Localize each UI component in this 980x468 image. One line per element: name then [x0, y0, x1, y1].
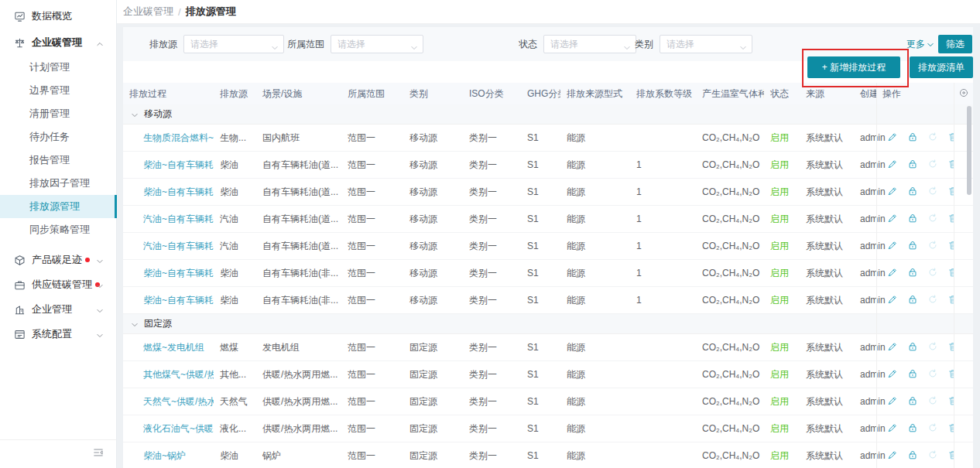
enterprise-icon — [14, 304, 26, 316]
cell-origin: 系统默认 — [800, 125, 854, 151]
sidebar-item-plan-management[interactable]: 计划管理 — [0, 56, 116, 79]
refresh-icon[interactable] — [927, 422, 938, 436]
sidebar-item-enterprise-carbon[interactable]: 企业碳管理 — [0, 29, 116, 56]
lock-icon[interactable] — [907, 132, 918, 145]
sidebar-item-emission-source-management[interactable]: 排放源管理 — [0, 195, 116, 218]
delete-icon[interactable] — [947, 240, 954, 253]
lock-icon[interactable] — [907, 368, 918, 381]
cell-process[interactable]: 柴油~自有车辆耗油... — [123, 287, 214, 313]
table-scrollbar[interactable] — [967, 106, 971, 195]
edit-icon[interactable] — [887, 395, 898, 408]
delete-icon[interactable] — [947, 395, 954, 408]
cell-process[interactable]: 柴油~锅炉 — [123, 442, 214, 468]
filter-select-status[interactable]: 请选择 — [543, 35, 636, 53]
refresh-icon[interactable] — [927, 132, 938, 145]
delete-icon[interactable] — [947, 294, 954, 307]
breadcrumb-parent[interactable]: 企业碳管理 — [123, 5, 173, 19]
table-row: 柴油~自有车辆耗油...柴油自有车辆耗油(非...范围一移动源类别一S1能源1C… — [123, 260, 973, 287]
cell-iso-class: 类别一 — [463, 152, 521, 178]
filter-select-scope[interactable]: 请选择 — [331, 35, 423, 53]
refresh-icon[interactable] — [927, 213, 938, 226]
sidebar-item-inventory-management[interactable]: 清册管理 — [0, 102, 116, 125]
sidebar-item-product-footprint[interactable]: 产品碳足迹 — [0, 248, 116, 272]
cell-process[interactable]: 燃煤~发电机组 — [123, 334, 214, 360]
filter-button[interactable]: 筛选 — [938, 35, 972, 53]
edit-icon[interactable] — [887, 240, 898, 253]
group-row-固定源[interactable]: 固定源 — [123, 314, 973, 334]
refresh-icon[interactable] — [927, 449, 938, 463]
sidebar-item-boundary-management[interactable]: 边界管理 — [0, 79, 116, 102]
cell-process[interactable]: 液化石油气~供暖/... — [123, 415, 214, 442]
lock-icon[interactable] — [907, 267, 918, 280]
cell-status: 启用 — [764, 287, 800, 313]
delete-icon[interactable] — [947, 213, 954, 226]
delete-icon[interactable] — [947, 159, 954, 172]
lock-icon[interactable] — [907, 294, 918, 307]
lock-icon[interactable] — [907, 449, 918, 463]
cell-status: 启用 — [764, 125, 800, 151]
cell-process[interactable]: 汽油~自有车辆耗油... — [123, 233, 214, 259]
sidebar-item-sync-strategy-management[interactable]: 同步策略管理 — [0, 218, 116, 241]
sidebar-item-report-management[interactable]: 报告管理 — [0, 149, 116, 172]
cell-process[interactable]: 柴油~自有车辆耗油... — [123, 179, 214, 205]
edit-icon[interactable] — [887, 368, 898, 381]
filter-select-emission-source[interactable]: 请选择 — [183, 35, 284, 53]
column-settings-icon[interactable] — [958, 87, 969, 101]
edit-icon[interactable] — [887, 132, 898, 145]
refresh-icon[interactable] — [927, 395, 938, 408]
delete-icon[interactable] — [947, 341, 954, 354]
edit-icon[interactable] — [887, 422, 898, 436]
delete-icon[interactable] — [947, 267, 954, 280]
filter-select-category[interactable]: 请选择 — [660, 35, 752, 53]
sidebar-item-system-config[interactable]: 系统配置 — [0, 322, 116, 347]
refresh-icon[interactable] — [927, 341, 938, 354]
lock-icon[interactable] — [907, 186, 918, 199]
lock-icon[interactable] — [907, 422, 918, 436]
refresh-icon[interactable] — [927, 368, 938, 381]
edit-icon[interactable] — [887, 294, 898, 307]
collapse-sidebar-icon[interactable] — [93, 447, 104, 461]
edit-icon[interactable] — [887, 213, 898, 226]
add-emission-process-button[interactable]: + 新增排放过程 — [807, 56, 900, 78]
delete-icon[interactable] — [947, 186, 954, 199]
refresh-icon[interactable] — [927, 186, 938, 199]
refresh-icon[interactable] — [927, 240, 938, 253]
more-filters-link[interactable]: 更多 — [906, 35, 934, 53]
cell-process[interactable]: 柴油~自有车辆耗油... — [123, 152, 214, 178]
group-row-移动源[interactable]: 移动源 — [123, 104, 973, 125]
cell-process[interactable]: 汽油~自有车辆耗油... — [123, 206, 214, 232]
emission-source-list-button[interactable]: 排放源清单 — [910, 56, 973, 78]
cell-process[interactable]: 生物质混合燃料~国... — [123, 125, 214, 151]
sidebar-item-todo-tasks[interactable]: 待办任务 — [0, 125, 116, 149]
edit-icon[interactable] — [887, 449, 898, 463]
edit-icon[interactable] — [887, 341, 898, 354]
sidebar-item-enterprise-management[interactable]: 企业管理 — [0, 297, 116, 322]
cell-scope: 范围一 — [341, 152, 403, 178]
edit-icon[interactable] — [887, 267, 898, 280]
sidebar-item-data-overview[interactable]: 数据概览 — [0, 3, 116, 29]
refresh-icon[interactable] — [927, 159, 938, 172]
edit-icon[interactable] — [887, 159, 898, 172]
edit-icon[interactable] — [887, 186, 898, 199]
refresh-icon[interactable] — [927, 294, 938, 307]
lock-icon[interactable] — [907, 159, 918, 172]
delete-icon[interactable] — [947, 449, 954, 463]
cell-process[interactable]: 天然气~供暖/热水... — [123, 388, 214, 415]
table-row: 生物质混合燃料~国...生物...国内航班范围一移动源类别一S1能源CO₂,CH… — [123, 125, 973, 152]
cell-scene: 自有车辆耗油(道... — [256, 233, 341, 259]
lock-icon[interactable] — [907, 341, 918, 354]
cell-category: 固定源 — [403, 361, 463, 388]
column-header-status: 状态 — [764, 83, 800, 104]
sidebar-item-supply-chain-carbon[interactable]: 供应链碳管理 — [0, 272, 116, 297]
cell-process[interactable]: 其他煤气~供暖/热... — [123, 361, 214, 388]
lock-icon[interactable] — [907, 240, 918, 253]
lock-icon[interactable] — [907, 395, 918, 408]
lock-icon[interactable] — [907, 213, 918, 226]
cell-iso-class: 类别一 — [463, 179, 521, 205]
delete-icon[interactable] — [947, 422, 954, 436]
sidebar-item-emission-factor-management[interactable]: 排放因子管理 — [0, 172, 116, 195]
refresh-icon[interactable] — [927, 267, 938, 280]
cell-process[interactable]: 柴油~自有车辆耗油... — [123, 260, 214, 286]
delete-icon[interactable] — [947, 132, 954, 145]
delete-icon[interactable] — [947, 368, 954, 381]
